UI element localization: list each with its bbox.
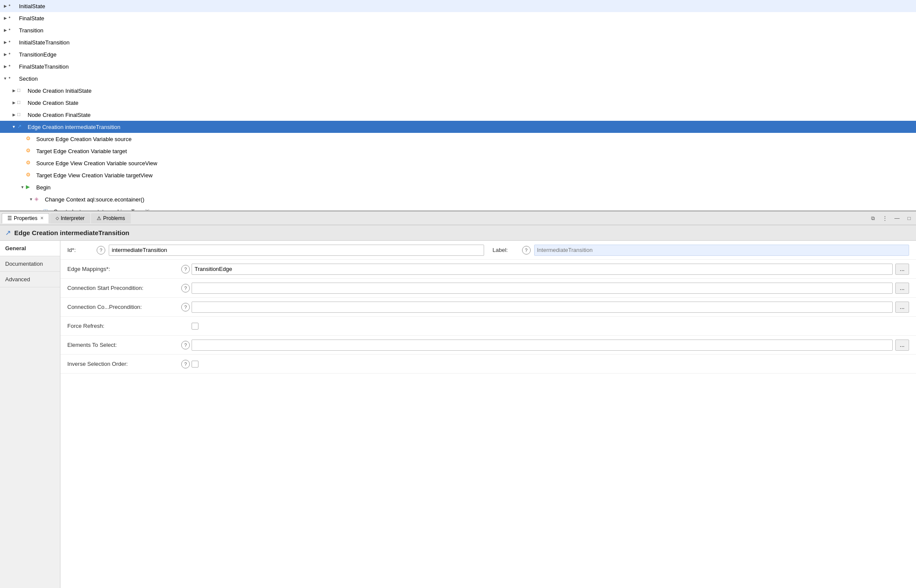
maximize-button[interactable]: □ bbox=[904, 213, 914, 223]
tab-interpreter[interactable]: ◇ Interpreter bbox=[50, 213, 90, 223]
tree-item-sourceEdgeViewCreationVariable[interactable]: ⚙ Source Edge View Creation Variable sou… bbox=[0, 157, 916, 169]
tree-item-begin[interactable]: ▼ ▶ Begin bbox=[0, 181, 916, 193]
tree-item-targetEdgeViewCreationVariable[interactable]: ⚙ Target Edge View Creation Variable tar… bbox=[0, 169, 916, 181]
icon-targetEdgeCreationVariable: ⚙ bbox=[26, 148, 35, 154]
label-help[interactable]: ? bbox=[522, 246, 531, 255]
inverse-selection-help[interactable]: ? bbox=[181, 360, 190, 368]
properties-icon: ☰ bbox=[7, 215, 12, 221]
sidebar-tab-documentation[interactable]: Documentation bbox=[0, 256, 60, 272]
label-initialStateTransition: InitialStateTransition bbox=[19, 39, 69, 46]
connection-start-button[interactable]: ... bbox=[895, 283, 909, 294]
edge-mappings-help[interactable]: ? bbox=[181, 265, 190, 274]
label-targetEdgeViewCreationVariable: Target Edge View Creation Variable targe… bbox=[36, 172, 153, 179]
tree-item-transition[interactable]: ▶ • Transition bbox=[0, 24, 916, 36]
bottom-panel: ☰ Properties ✕ ◇ Interpreter ⚠ Problems … bbox=[0, 211, 916, 588]
elements-to-select-label: Elements To Select: bbox=[67, 342, 179, 348]
arrow-initialState: ▶ bbox=[2, 4, 9, 8]
label-finalStateTransition: FinalStateTransition bbox=[19, 63, 69, 70]
problems-label: Problems bbox=[103, 215, 125, 221]
id-section: Id*: ? bbox=[67, 245, 484, 256]
connection-start-control: ... bbox=[192, 283, 909, 294]
minimize-button[interactable]: — bbox=[892, 213, 902, 223]
tree-item-sourceEdgeCreationVariable[interactable]: ⚙ Source Edge Creation Variable source bbox=[0, 133, 916, 145]
tree-item-nodeCreationState[interactable]: ▶ □ Node Creation State bbox=[0, 97, 916, 109]
tree-panel: ▶ • InitialState ▶ • FinalState ▶ • Tran… bbox=[0, 0, 916, 211]
icon-transition: • bbox=[9, 27, 17, 34]
connection-start-row: Connection Start Precondition: ? ... bbox=[60, 279, 916, 298]
label-targetEdgeCreationVariable: Target Edge Creation Variable target bbox=[36, 148, 127, 154]
connection-co-control: ... bbox=[192, 302, 909, 313]
tree-item-initialStateTransition[interactable]: ▶ • InitialStateTransition bbox=[0, 36, 916, 48]
edge-mappings-button[interactable]: ... bbox=[895, 264, 909, 275]
icon-edgeCreationIntermediateTransition: ↗ bbox=[17, 123, 26, 130]
sidebar-tab-advanced[interactable]: Advanced bbox=[0, 272, 60, 287]
connection-start-help[interactable]: ? bbox=[181, 284, 190, 292]
new-window-button[interactable]: ⧉ bbox=[868, 213, 878, 223]
sidebar-tab-general[interactable]: General bbox=[0, 241, 60, 256]
id-help[interactable]: ? bbox=[97, 246, 105, 255]
inverse-selection-checkbox[interactable] bbox=[192, 361, 198, 368]
tab-bar: ☰ Properties ✕ ◇ Interpreter ⚠ Problems … bbox=[0, 211, 916, 225]
label-input[interactable] bbox=[534, 245, 910, 256]
label-finalState: FinalState bbox=[19, 15, 44, 22]
icon-nodeCreationState: □ bbox=[17, 99, 26, 106]
label-begin: Begin bbox=[36, 184, 50, 191]
tree-item-finalState[interactable]: ▶ • FinalState bbox=[0, 12, 916, 24]
arrow-nodeCreationFinalState: ▶ bbox=[10, 113, 17, 117]
tab-properties[interactable]: ☰ Properties ✕ bbox=[2, 213, 49, 223]
properties-close[interactable]: ✕ bbox=[40, 216, 44, 220]
tree-item-changeContext[interactable]: ▼ ◈ Change Context aql:source.econtainer… bbox=[0, 193, 916, 205]
edge-creation-icon: ↗ bbox=[5, 229, 11, 237]
icon-begin: ▶ bbox=[26, 184, 35, 191]
connection-start-input[interactable] bbox=[192, 283, 893, 294]
label-section: Section bbox=[19, 75, 38, 82]
tree-item-finalStateTransition[interactable]: ▶ • FinalStateTransition bbox=[0, 60, 916, 72]
connection-co-label: Connection Co...Precondition: bbox=[67, 304, 179, 310]
problems-icon: ⚠ bbox=[97, 215, 101, 221]
icon-createInstance: ◫ bbox=[43, 208, 52, 211]
tree-item-initialState[interactable]: ▶ • InitialState bbox=[0, 0, 916, 12]
arrow-nodeCreationState: ▶ bbox=[10, 101, 17, 105]
tree-item-createInstance[interactable]: ▼ ◫ Create Instance statemachine::Transi… bbox=[0, 205, 916, 211]
inverse-selection-control bbox=[192, 361, 909, 368]
tree-item-nodeCreationFinalState[interactable]: ▶ □ Node Creation FinalState bbox=[0, 109, 916, 121]
label-field-label: Label: bbox=[493, 247, 519, 253]
icon-sourceEdgeCreationVariable: ⚙ bbox=[26, 135, 35, 142]
inverse-selection-row: Inverse Selection Order: ? bbox=[60, 355, 916, 374]
props-sidebar: General Documentation Advanced bbox=[0, 241, 60, 588]
icon-targetEdgeViewCreationVariable: ⚙ bbox=[26, 172, 35, 179]
arrow-transitionEdge: ▶ bbox=[2, 52, 9, 57]
elements-to-select-button[interactable]: ... bbox=[895, 340, 909, 351]
label-section: Label: ? bbox=[484, 245, 910, 256]
tab-problems[interactable]: ⚠ Problems bbox=[91, 213, 131, 223]
label-changeContext: Change Context aql:source.econtainer() bbox=[45, 196, 145, 203]
tab-toolbar: ⧉ ⋮ — □ bbox=[868, 213, 914, 223]
tree-item-section[interactable]: ▼ • Section bbox=[0, 72, 916, 85]
icon-nodeCreationInitialState: □ bbox=[17, 87, 26, 94]
interpreter-label: Interpreter bbox=[61, 215, 85, 221]
tree-item-targetEdgeCreationVariable[interactable]: ⚙ Target Edge Creation Variable target bbox=[0, 145, 916, 157]
props-header: ↗ Edge Creation intermediateTransition bbox=[0, 225, 916, 241]
icon-nodeCreationFinalState: □ bbox=[17, 111, 26, 118]
props-form: Id*: ? Label: ? Edge Mappings*: bbox=[60, 241, 916, 588]
icon-finalState: • bbox=[9, 15, 17, 22]
elements-to-select-help[interactable]: ? bbox=[181, 341, 190, 349]
elements-to-select-row: Elements To Select: ? ... bbox=[60, 336, 916, 355]
id-label: Id*: bbox=[67, 247, 93, 253]
elements-to-select-input[interactable] bbox=[192, 340, 893, 351]
edge-mappings-row: Edge Mappings*: ? ... bbox=[60, 260, 916, 279]
tree-item-edgeCreationIntermediateTransition[interactable]: ▼ ↗ Edge Creation intermediateTransition bbox=[0, 121, 916, 133]
label-nodeCreationFinalState: Node Creation FinalState bbox=[28, 112, 91, 118]
menu-button[interactable]: ⋮ bbox=[880, 213, 890, 223]
icon-initialStateTransition: • bbox=[9, 39, 17, 46]
icon-finalStateTransition: • bbox=[9, 63, 17, 70]
tree-item-transitionEdge[interactable]: ▶ • TransitionEdge bbox=[0, 48, 916, 60]
connection-co-button[interactable]: ... bbox=[895, 302, 909, 313]
connection-co-help[interactable]: ? bbox=[181, 303, 190, 311]
elements-to-select-control: ... bbox=[192, 340, 909, 351]
tree-item-nodeCreationInitialState[interactable]: ▶ □ Node Creation InitialState bbox=[0, 85, 916, 97]
edge-mappings-input[interactable] bbox=[192, 264, 893, 275]
connection-co-input[interactable] bbox=[192, 302, 893, 313]
force-refresh-checkbox[interactable] bbox=[192, 323, 198, 330]
id-input[interactable] bbox=[109, 245, 484, 256]
